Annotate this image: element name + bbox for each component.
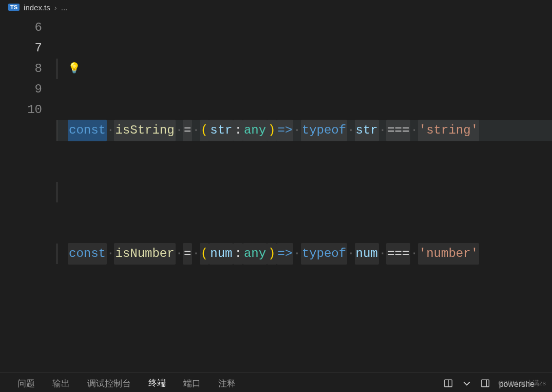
ws: · — [192, 120, 199, 141]
tok: === — [386, 243, 410, 265]
line-number: 8 — [0, 59, 42, 79]
panel-actions: powershe — [444, 379, 535, 390]
ws: · — [293, 244, 300, 264]
panel-tabs: 问题 输出 调试控制台 终端 端口 注释 powershe — [0, 372, 552, 392]
tok: any — [243, 120, 267, 141]
line-number: 6 — [0, 17, 42, 38]
tok: str — [355, 120, 379, 141]
bottom-panel: 问题 输出 调试控制台 终端 端口 注释 powershe — [0, 372, 552, 392]
ws: · — [293, 120, 300, 141]
tok: ( — [200, 120, 209, 141]
tok: any — [243, 243, 267, 265]
ws: · — [192, 244, 199, 264]
tab-ports[interactable]: 端口 — [183, 375, 201, 393]
tab-problems[interactable]: 问题 — [17, 375, 35, 393]
tok: => — [277, 243, 294, 265]
chevron-down-icon[interactable] — [462, 379, 471, 390]
tok: === — [386, 120, 410, 141]
code-line-7[interactable]: const·isString·=·(str:any)=>·typeof·str·… — [56, 120, 552, 141]
tok: ( — [200, 243, 209, 265]
code-line-10[interactable] — [56, 305, 552, 326]
tok: num — [355, 243, 379, 265]
tab-terminal[interactable]: 终端 — [148, 374, 166, 392]
tok: = — [183, 243, 192, 265]
line-number: 9 — [0, 79, 42, 100]
ws: · — [347, 244, 354, 264]
tok: : — [233, 243, 242, 265]
ws: · — [176, 244, 183, 264]
line-number-gutter: 6 7 8 9 10 — [0, 14, 56, 372]
tok: typeof — [301, 243, 347, 265]
ws: · — [410, 244, 417, 264]
tok: num — [209, 243, 233, 265]
breadcrumb-sep: › — [54, 3, 57, 12]
tok: const — [68, 243, 107, 265]
tok: 'string' — [418, 120, 479, 141]
code-line-8[interactable] — [56, 182, 552, 202]
breadcrumb: TS index.ts › ... — [0, 0, 552, 14]
tok: isString — [114, 120, 175, 141]
tok: ) — [267, 120, 276, 141]
file-type-badge: TS — [8, 4, 20, 11]
breadcrumb-trail[interactable]: ... — [61, 3, 68, 12]
tab-output[interactable]: 输出 — [52, 375, 70, 393]
ws: · — [347, 120, 354, 141]
ws: · — [379, 120, 386, 141]
ws: · — [410, 120, 417, 141]
tok: : — [233, 120, 242, 141]
ws: · — [107, 244, 114, 264]
ws: · — [107, 120, 114, 141]
tab-comments[interactable]: 注释 — [218, 375, 236, 393]
code-area[interactable]: 💡 const·isString·=·(str:any)=>·typeof·st… — [56, 14, 552, 372]
terminal-shell-label[interactable]: powershe — [499, 380, 535, 389]
lightbulb-icon[interactable]: 💡 — [68, 59, 81, 79]
tok: ) — [267, 243, 276, 265]
ws: · — [379, 244, 386, 264]
tok: = — [183, 120, 192, 141]
code-line-6[interactable]: 💡 — [56, 59, 552, 79]
tok: isNumber — [114, 243, 175, 265]
tok: str — [209, 120, 233, 141]
ws: · — [176, 120, 183, 141]
tok: const — [68, 120, 107, 141]
breadcrumb-file[interactable]: index.ts — [24, 3, 50, 12]
tok: => — [277, 120, 294, 141]
panel-layout-icon[interactable] — [481, 379, 490, 390]
code-editor[interactable]: 6 7 8 9 10 💡 const·isString·=·(str:any)=… — [0, 14, 552, 372]
line-number: 10 — [0, 100, 42, 120]
svg-rect-2 — [481, 380, 489, 387]
tok: typeof — [301, 120, 347, 141]
split-editor-icon[interactable] — [444, 379, 453, 390]
tok: 'number' — [418, 243, 479, 265]
code-line-9[interactable]: const·isNumber·=·(num:any)=>·typeof·num·… — [56, 244, 552, 264]
tab-debug-console[interactable]: 调试控制台 — [87, 375, 131, 393]
line-number: 7 — [0, 38, 42, 59]
